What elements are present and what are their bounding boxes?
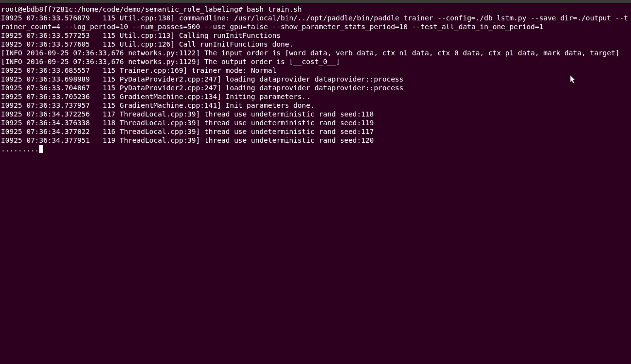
log-line: I0925 07:36:34.377951 119 ThreadLocal.cp…	[1, 136, 630, 145]
log-line: I0925 07:36:33.577253 115 Util.cpp:113] …	[1, 31, 630, 40]
log-line: [INFO 2016-09-25 07:36:33,676 networks.p…	[1, 49, 630, 57]
command-text: bash train.sh	[247, 5, 302, 13]
log-line: I0925 07:36:33.576879 115 Util.cpp:138] …	[1, 14, 630, 31]
log-line: I0925 07:36:33.698989 115 PyDataProvider…	[1, 75, 630, 83]
log-line: I0925 07:36:33.577605 115 Util.cpp:126] …	[1, 40, 630, 49]
prompt-char: #	[238, 5, 243, 13]
prompt-user-host: root@ebdb8ff7281c	[1, 5, 73, 13]
log-line: I0925 07:36:33.704867 115 PyDataProvider…	[1, 83, 630, 92]
log-line: I0925 07:36:34.372256 117 ThreadLocal.cp…	[1, 110, 630, 118]
shell-prompt: root@ebdb8ff7281c:/home/code/demo/semant…	[1, 5, 302, 13]
terminal-cursor	[39, 145, 43, 153]
log-line: I0925 07:36:34.377022 116 ThreadLocal.cp…	[1, 127, 630, 136]
prompt-path: /home/code/demo/semantic_role_labeling	[77, 5, 238, 13]
window-title-bar	[0, 0, 631, 4]
terminal-output[interactable]: root@ebdb8ff7281c:/home/code/demo/semant…	[0, 4, 631, 154]
progress-dots: .........	[1, 145, 39, 153]
log-line: I0925 07:36:33.705236 115 GradientMachin…	[1, 92, 630, 101]
log-line: I0925 07:36:34.376338 118 ThreadLocal.cp…	[1, 118, 630, 127]
prompt-separator: :	[73, 5, 77, 13]
log-line: I0925 07:36:33.737957 115 GradientMachin…	[1, 101, 630, 110]
log-line: [INFO 2016-09-25 07:36:33,676 networks.p…	[1, 57, 630, 66]
log-line: I0925 07:36:33.685557 115 Trainer.cpp:16…	[1, 66, 630, 75]
